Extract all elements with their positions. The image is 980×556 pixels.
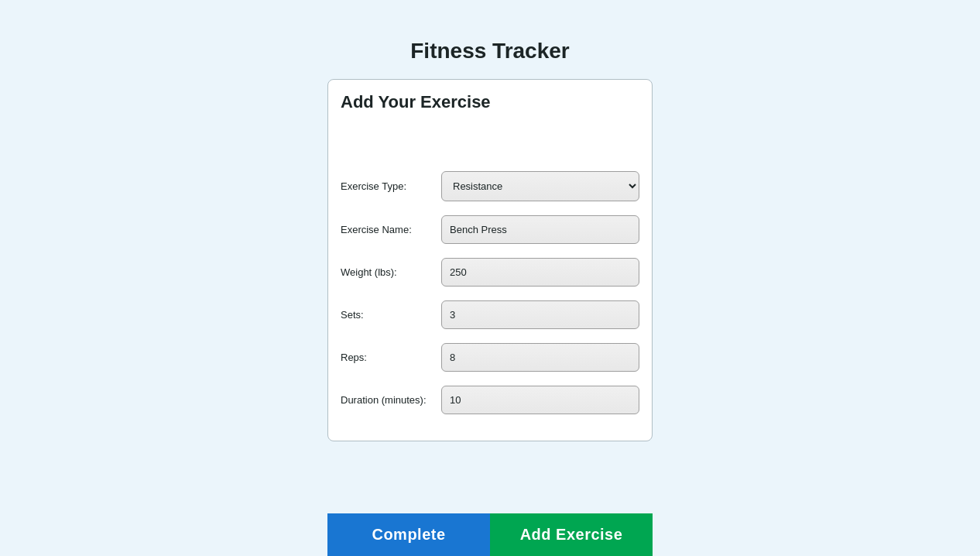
sets-label: Sets:: [341, 309, 441, 321]
reps-label: Reps:: [341, 352, 441, 363]
form-card: Add Your Exercise Exercise Type: Resista…: [327, 79, 653, 441]
add-exercise-button[interactable]: Add Exercise: [490, 513, 653, 556]
exercise-name-input[interactable]: [441, 215, 639, 244]
sets-row: Sets:: [341, 300, 639, 329]
sets-input[interactable]: [441, 300, 639, 329]
weight-input[interactable]: [441, 258, 639, 287]
exercise-name-row: Exercise Name:: [341, 215, 639, 244]
reps-row: Reps:: [341, 343, 639, 372]
exercise-type-select[interactable]: Resistance Cardio Flexibility Balance: [441, 171, 639, 201]
button-row: Complete Add Exercise: [327, 513, 653, 556]
exercise-type-label: Exercise Type:: [341, 180, 441, 192]
weight-label: Weight (lbs):: [341, 266, 441, 278]
complete-button[interactable]: Complete: [327, 513, 490, 556]
form-fields: Exercise Type: Resistance Cardio Flexibi…: [341, 163, 639, 428]
reps-input[interactable]: [441, 343, 639, 372]
app-title: Fitness Tracker: [410, 39, 569, 63]
exercise-name-label: Exercise Name:: [341, 224, 441, 235]
weight-row: Weight (lbs):: [341, 258, 639, 287]
duration-label: Duration (minutes):: [341, 394, 441, 406]
duration-input[interactable]: [441, 386, 639, 414]
form-heading: Add Your Exercise: [341, 92, 639, 112]
exercise-type-row: Exercise Type: Resistance Cardio Flexibi…: [341, 171, 639, 201]
duration-row: Duration (minutes):: [341, 386, 639, 414]
